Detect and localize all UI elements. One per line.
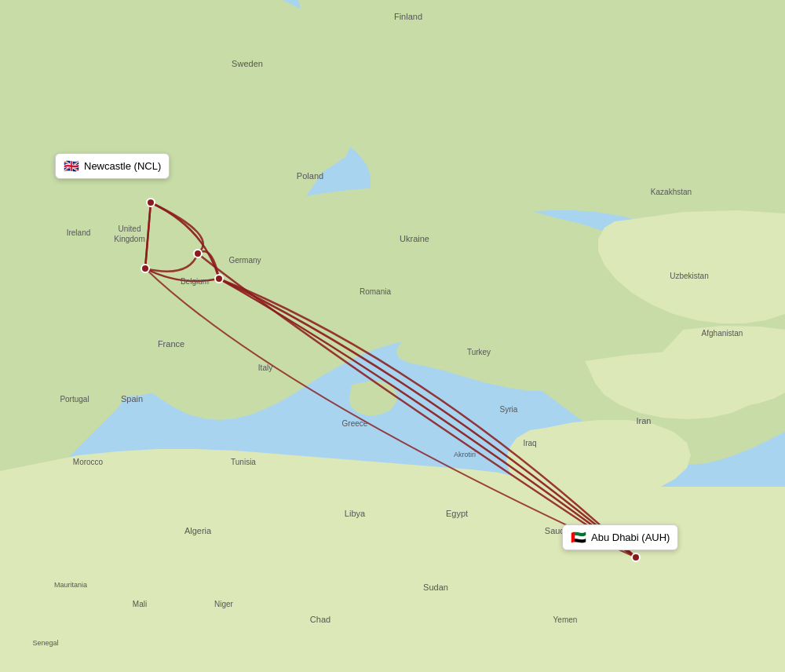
- country-label-finland: Finland: [394, 12, 422, 21]
- abudhabi-label[interactable]: 🇦🇪 Abu Dhabi (AUH): [562, 524, 678, 550]
- country-label-mauritania: Mauritania: [54, 581, 87, 589]
- country-label-iran: Iran: [637, 416, 652, 425]
- map-container: Finland Sweden Kazakhstan Uzbekistan Afg…: [0, 0, 785, 672]
- country-label-spain: Spain: [121, 394, 143, 404]
- country-label-sudan: Sudan: [423, 583, 448, 592]
- country-label-ireland: Ireland: [67, 228, 91, 237]
- country-label-niger: Niger: [214, 600, 234, 608]
- newcastle-label[interactable]: 🇬🇧 Newcastle (NCL): [55, 153, 170, 179]
- country-label-france: France: [158, 339, 184, 349]
- country-label-italy: Italy: [258, 363, 272, 372]
- map-svg: Finland Sweden Kazakhstan Uzbekistan Afg…: [0, 0, 785, 672]
- country-label-akrotiri: Akrotiri: [454, 451, 476, 458]
- country-label-uk: United: [119, 225, 141, 233]
- country-label-egypt: Egypt: [446, 509, 468, 518]
- country-label-germany: Germany: [228, 256, 261, 265]
- country-label-senegal: Senegal: [32, 639, 58, 647]
- country-label-mali: Mali: [133, 600, 147, 608]
- country-label-iraq: Iraq: [523, 439, 536, 447]
- country-label-morocco: Morocco: [73, 458, 104, 466]
- country-label-afghanistan: Afghanistan: [702, 329, 743, 338]
- country-label-poland: Poland: [297, 171, 323, 181]
- belgium-dot: [194, 250, 202, 257]
- country-label-portugal: Portugal: [60, 395, 89, 404]
- country-label-romania: Romania: [360, 287, 391, 296]
- country-label-turkey: Turkey: [467, 348, 491, 356]
- uk-flag-icon: 🇬🇧: [64, 159, 79, 173]
- country-label-libya: Libya: [345, 509, 366, 518]
- newcastle-label-text: Newcastle (NCL): [84, 160, 161, 172]
- country-label-syria: Syria: [500, 405, 518, 414]
- uae-flag-icon: 🇦🇪: [571, 530, 586, 545]
- country-label-belgium: Belgium: [181, 277, 209, 286]
- country-label-yemen: Yemen: [553, 615, 578, 624]
- country-label-algeria: Algeria: [184, 526, 212, 535]
- country-label-kazakhstan: Kazakhstan: [651, 188, 692, 196]
- london-dot: [141, 265, 149, 272]
- country-label-tunisia: Tunisia: [231, 458, 256, 466]
- abudhabi-label-text: Abu Dhabi (AUH): [591, 531, 670, 543]
- germany-dot: [215, 275, 223, 283]
- country-label-uk2: Kingdom: [114, 235, 144, 243]
- country-label-ukraine: Ukraine: [400, 234, 429, 243]
- newcastle-dot: [147, 199, 155, 206]
- country-label-greece: Greece: [342, 419, 368, 428]
- country-label-chad: Chad: [310, 615, 330, 624]
- country-label-sweden: Sweden: [232, 59, 263, 68]
- abudhabi-dot: [632, 553, 640, 561]
- country-label-uzbekistan: Uzbekistan: [670, 272, 708, 280]
